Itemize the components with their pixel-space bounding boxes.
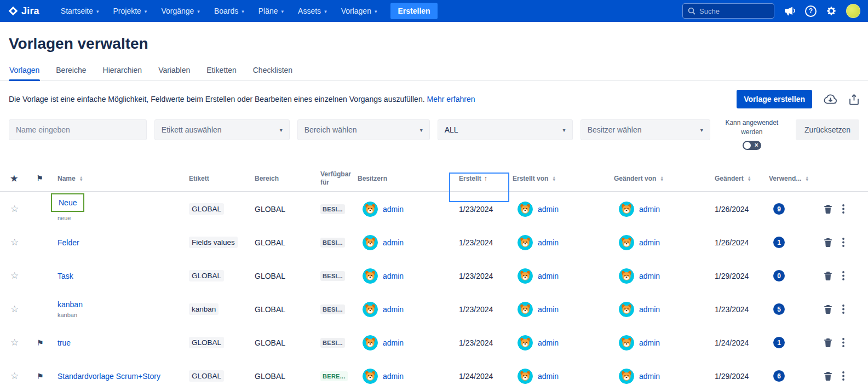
delete-button[interactable] — [824, 272, 832, 280]
star-column-icon[interactable]: ★ — [10, 174, 18, 184]
export-icon[interactable] — [849, 94, 859, 105]
star-icon[interactable]: ☆ — [10, 270, 19, 281]
column-header-verf-gbar-f-r[interactable]: Verfügbar für — [320, 170, 358, 187]
scope-value: GLOBAL — [255, 238, 320, 247]
column-header-name[interactable]: Name▲▼ — [58, 175, 189, 183]
usage-count-badge: 0 — [773, 270, 785, 281]
column-header-verwend[interactable]: Verwend...▲▼ — [769, 175, 816, 183]
delete-button[interactable] — [824, 238, 832, 247]
search-input[interactable] — [699, 7, 769, 15]
nav-item-projekte[interactable]: Projekte▾ — [106, 0, 154, 22]
import-cloud-icon[interactable] — [823, 94, 838, 105]
delete-button[interactable] — [824, 372, 832, 381]
filter-select-3[interactable]: Besitzer wählen▾ — [580, 119, 710, 140]
template-name-link[interactable]: Task — [58, 272, 73, 280]
template-name-link[interactable]: Standardvorlage Scrum+Story — [58, 372, 160, 381]
announcements-icon[interactable] — [784, 6, 796, 16]
reset-filters-button[interactable]: Zurücksetzen — [796, 119, 859, 140]
filter-select-0[interactable]: Etikett auswählen▾ — [154, 119, 290, 140]
nav-item-vorg-nge[interactable]: Vorgänge▾ — [154, 0, 206, 22]
learn-more-link[interactable]: Mehr erfahren — [427, 95, 475, 104]
toggle-label: Kann angewendet werden — [718, 118, 786, 137]
column-header-ge-ndert[interactable]: Geändert▲▼ — [711, 175, 769, 183]
more-actions-button[interactable] — [842, 371, 844, 381]
star-icon[interactable]: ☆ — [10, 237, 19, 248]
modified-by-link[interactable]: admin — [639, 372, 660, 381]
owner-link[interactable]: admin — [383, 305, 404, 314]
tab-checklisten[interactable]: Checklisten — [252, 62, 293, 81]
owner-link[interactable]: admin — [383, 238, 404, 247]
template-name-link[interactable]: Neue — [59, 198, 77, 207]
star-icon[interactable]: ☆ — [10, 337, 19, 348]
search-box[interactable] — [682, 3, 774, 19]
tab-etiketten[interactable]: Etiketten — [206, 62, 237, 81]
tab-hierarchien[interactable]: Hierarchien — [102, 62, 143, 81]
more-actions-button[interactable] — [842, 204, 844, 214]
column-header-besitzern[interactable]: Besitzern — [358, 175, 448, 183]
modified-by-link[interactable]: admin — [639, 338, 660, 347]
filter-select-2[interactable]: ALL▾ — [438, 119, 573, 140]
tab-variablen[interactable]: Variablen — [158, 62, 191, 81]
nav-item-pl-ne[interactable]: Pläne▾ — [251, 0, 291, 22]
owner-link[interactable]: admin — [383, 338, 404, 347]
create-button[interactable]: Erstellen — [390, 3, 437, 19]
flag-column-icon[interactable]: ⚑ — [37, 174, 43, 183]
templates-table: ★⚑Name▲▼EtikettBereichVerfügbar fürBesit… — [0, 166, 868, 385]
help-icon[interactable]: ? — [805, 5, 817, 17]
star-icon[interactable]: ☆ — [10, 203, 19, 215]
template-name-link[interactable]: kanban — [58, 300, 83, 309]
user-avatar-icon — [619, 202, 634, 217]
tab-vorlagen[interactable]: Vorlagen — [9, 62, 40, 81]
created-by-link[interactable]: admin — [538, 238, 559, 247]
filter-select-1[interactable]: Bereich wählen▾ — [297, 119, 430, 140]
availability-badge: BESI... — [320, 204, 345, 214]
more-actions-button[interactable] — [842, 338, 844, 347]
modified-by-link[interactable]: admin — [639, 205, 660, 214]
user-avatar-icon — [619, 335, 634, 350]
sort-asc-icon: ↑ — [484, 175, 487, 183]
more-actions-button[interactable] — [842, 304, 844, 314]
delete-button[interactable] — [824, 205, 832, 214]
nav-item-boards[interactable]: Boards▾ — [207, 0, 251, 22]
user-profile-avatar[interactable] — [846, 4, 860, 18]
user-avatar-icon — [518, 302, 533, 317]
created-by-link[interactable]: admin — [538, 272, 559, 280]
scope-value: GLOBAL — [255, 205, 320, 214]
modified-by-link[interactable]: admin — [639, 272, 660, 280]
template-name-link[interactable]: Felder — [58, 238, 79, 247]
column-header-bereich[interactable]: Bereich — [255, 175, 320, 183]
delete-button[interactable] — [824, 338, 832, 347]
column-header-etikett[interactable]: Etikett — [189, 175, 255, 183]
star-icon[interactable]: ☆ — [10, 303, 19, 315]
tab-bereiche[interactable]: Bereiche — [55, 62, 87, 81]
created-by-link[interactable]: admin — [538, 372, 559, 381]
modified-by-link[interactable]: admin — [639, 238, 660, 247]
gear-icon[interactable] — [826, 5, 837, 16]
annotation-box-green: Neue — [51, 193, 84, 212]
more-actions-button[interactable] — [842, 271, 844, 280]
availability-badge: BESI... — [320, 304, 345, 314]
column-header-erstellt-von[interactable]: Erstellt von▲▼ — [513, 175, 614, 183]
column-header-ge-ndert-von[interactable]: Geändert von▲▼ — [614, 175, 711, 183]
user-avatar-icon — [363, 268, 378, 284]
star-icon[interactable]: ☆ — [10, 370, 19, 382]
jira-logo[interactable]: Jira — [8, 5, 39, 17]
navbar-right: ? — [682, 3, 860, 19]
nav-item-assets[interactable]: Assets▾ — [291, 0, 334, 22]
template-name-link[interactable]: true — [58, 338, 71, 347]
owner-link[interactable]: admin — [383, 205, 404, 214]
create-template-button[interactable]: Vorlage erstellen — [737, 90, 812, 108]
created-by-link[interactable]: admin — [538, 205, 559, 214]
column-header-erstellt[interactable]: Erstellt↑ — [448, 175, 513, 183]
created-by-link[interactable]: admin — [538, 305, 559, 314]
owner-link[interactable]: admin — [383, 272, 404, 280]
applicable-toggle[interactable]: × — [743, 141, 761, 150]
name-filter-input[interactable] — [9, 119, 147, 140]
modified-by-link[interactable]: admin — [639, 305, 660, 314]
owner-link[interactable]: admin — [383, 372, 404, 381]
nav-item-startseite[interactable]: Startseite▾ — [54, 0, 106, 22]
more-actions-button[interactable] — [842, 238, 844, 247]
delete-button[interactable] — [824, 305, 832, 314]
nav-item-vorlagen[interactable]: Vorlagen▾ — [334, 0, 384, 22]
created-by-link[interactable]: admin — [538, 338, 559, 347]
